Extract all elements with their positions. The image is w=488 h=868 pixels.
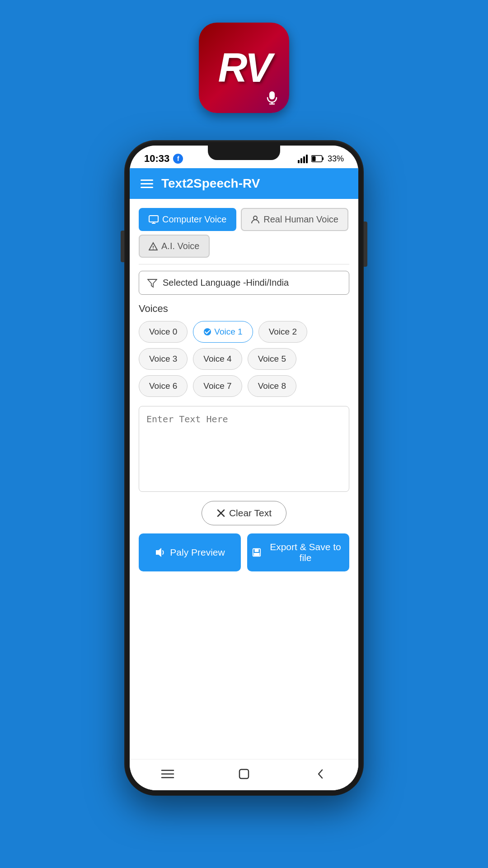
svg-marker-20 — [156, 548, 161, 557]
voice-btn-0[interactable]: Voice 0 — [139, 321, 188, 343]
action-buttons-row: Paly Preview Export & Save to file — [139, 533, 349, 571]
speaker-icon — [155, 547, 165, 558]
voice-btn-8[interactable]: Voice 8 — [248, 375, 296, 397]
content-area: Computer Voice Real Human Voice — [130, 199, 358, 759]
export-save-button[interactable]: Export & Save to file — [247, 533, 349, 571]
save-icon — [252, 547, 262, 558]
text-input[interactable] — [139, 406, 349, 492]
voices-grid: Voice 0 Voice 1 Voice 2 Voice 3 Voice 4 — [139, 321, 349, 397]
tabs-row-2: A.I. Voice — [139, 235, 349, 258]
svg-rect-0 — [269, 91, 275, 99]
check-circle-icon — [203, 328, 211, 336]
facebook-icon: f — [173, 154, 183, 164]
phone-screen: 10:33 f 33% — [130, 146, 358, 790]
tab-ai-voice[interactable]: A.I. Voice — [139, 235, 210, 258]
svg-rect-4 — [300, 158, 302, 163]
divider-1 — [139, 264, 349, 264]
app-icon: RV — [199, 23, 289, 113]
voice-btn-2[interactable]: Voice 2 — [258, 321, 307, 343]
person-icon — [251, 215, 260, 224]
voice-btn-5[interactable]: Voice 5 — [248, 348, 296, 370]
svg-rect-6 — [306, 155, 308, 163]
svg-rect-10 — [149, 216, 158, 222]
language-selector[interactable]: Selected Language -Hindi/India — [139, 271, 349, 295]
svg-rect-27 — [239, 769, 249, 778]
voices-label: Voices — [139, 303, 349, 315]
status-icons: 33% — [298, 154, 344, 164]
svg-point-13 — [253, 216, 257, 220]
svg-rect-3 — [298, 160, 300, 163]
clear-text-button[interactable]: Clear Text — [202, 501, 286, 525]
status-time: 10:33 — [144, 153, 169, 165]
top-bar: Text2Speech-RV — [130, 168, 358, 199]
nav-home-icon[interactable] — [236, 766, 252, 782]
x-icon — [216, 509, 225, 518]
app-icon-text: RV — [218, 45, 270, 91]
svg-rect-23 — [254, 553, 260, 556]
svg-rect-5 — [303, 156, 305, 163]
filter-icon — [147, 278, 157, 288]
nav-menu-icon[interactable] — [160, 766, 176, 782]
voice-btn-7[interactable]: Voice 7 — [193, 375, 242, 397]
svg-rect-9 — [322, 157, 324, 160]
battery-icon — [311, 155, 324, 162]
tab-computer-voice[interactable]: Computer Voice — [139, 208, 236, 231]
phone-shell: 10:33 f 33% — [124, 140, 364, 796]
mic-icon — [265, 90, 279, 105]
signal-icon — [298, 154, 308, 164]
bottom-nav — [130, 759, 358, 790]
app-title: Text2Speech-RV — [161, 176, 260, 191]
battery-percent: 33% — [328, 154, 344, 164]
voice-btn-1[interactable]: Voice 1 — [193, 321, 253, 343]
nav-back-icon[interactable] — [312, 766, 328, 782]
tab-real-human-voice[interactable]: Real Human Voice — [241, 208, 348, 231]
language-label: Selected Language -Hindi/India — [163, 278, 289, 288]
svg-marker-16 — [148, 279, 157, 287]
tabs-row: Computer Voice Real Human Voice — [139, 208, 349, 231]
play-preview-button[interactable]: Paly Preview — [139, 533, 241, 571]
voice-btn-6[interactable]: Voice 6 — [139, 375, 188, 397]
warning-icon — [149, 242, 158, 251]
menu-button[interactable] — [141, 179, 153, 188]
svg-rect-8 — [312, 156, 315, 161]
voice-btn-3[interactable]: Voice 3 — [139, 348, 188, 370]
voice-btn-4[interactable]: Voice 4 — [193, 348, 242, 370]
svg-point-15 — [153, 248, 154, 249]
notch — [208, 146, 280, 160]
svg-rect-22 — [254, 549, 258, 552]
monitor-icon — [149, 215, 159, 225]
